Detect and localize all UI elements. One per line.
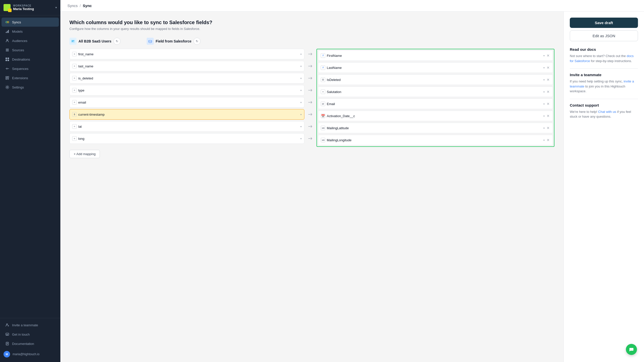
sidebar: WORKSPACE Maria Testing ▾ Syncs Models A… [0,0,60,362]
source-field-row[interactable]: ≡ email ▾ [69,97,304,108]
dest-chevron-icon: ▾ [543,78,545,81]
invite-icon [5,323,10,327]
dest-field-name: Salutation [327,90,542,94]
mapping-arrow [308,109,313,120]
dest-chevron-icon: ▾ [543,103,545,105]
svg-rect-9 [6,58,7,59]
source-type-icon: ≡ [72,124,77,129]
documentation-icon [5,341,10,346]
mapping-header: All B2B SaaS Users ↻ Field from Salesfor… [69,38,554,45]
source-field-row[interactable]: ≡ last_name ▾ [69,61,304,71]
source-refresh-button[interactable]: ↻ [113,38,120,45]
source-chevron-icon: ▾ [300,53,302,56]
dest-field-row[interactable]: ⊡ IsDeleted ▾ ✕ [318,74,553,85]
save-draft-button[interactable]: Save draft [570,18,638,28]
source-type-icon: ≡ [72,136,77,141]
dest-field-row[interactable]: T FirstName ▾ ✕ [318,50,553,61]
svg-rect-10 [8,58,9,59]
dest-chevron-icon: ▾ [543,54,545,57]
support-link[interactable]: Chat with us [598,110,616,114]
source-field-row[interactable]: ≡ long ▾ [69,133,304,144]
sidebar-item-invite[interactable]: Invite a teammate [2,321,59,330]
dest-chevron-icon: ▾ [543,90,545,93]
user-bar[interactable]: M maria@hightouch.io [0,348,60,360]
remove-mapping-button[interactable]: ✕ [546,66,550,70]
add-mapping-button[interactable]: + Add mapping [69,150,100,158]
remove-mapping-button[interactable]: ✕ [546,90,550,94]
source-chevron-icon: ▾ [300,77,302,80]
dest-field-row[interactable]: @ Email ▾ ✕ [318,99,553,109]
sidebar-item-syncs[interactable]: Syncs [2,18,59,27]
sidebar-item-sources[interactable]: Sources [2,46,59,55]
dest-field-row[interactable]: 123 MailingLatitude ▾ ✕ [318,123,553,133]
remove-mapping-button[interactable]: ✕ [546,78,550,82]
sidebar-item-label: Documentation [12,342,34,346]
dest-field-row[interactable]: ≡ Salutation ▾ ✕ [318,86,553,97]
content-area: Which columns would you like to sync to … [60,12,644,362]
sidebar-item-audiences[interactable]: Audiences [2,36,59,45]
remove-mapping-button[interactable]: ✕ [546,126,550,130]
dest-field-name: MailingLatitude [327,126,542,130]
remove-mapping-button[interactable]: ✕ [546,138,550,142]
dest-field-name: Email [327,102,542,106]
destination-column: T FirstName ▾ ✕ T LastName ▾ ✕ ⊡ IsDelet… [316,49,554,147]
dest-type-icon: ≡ [321,89,325,94]
models-icon [5,29,10,34]
svg-rect-13 [6,76,7,78]
source-type-icon: ≡ [72,100,77,105]
edit-json-button[interactable]: Edit as JSON [570,30,638,41]
dest-type-icon: 123 [321,138,325,142]
workspace-icon [4,4,11,11]
breadcrumb-separator: / [80,4,81,8]
remove-mapping-button[interactable]: ✕ [546,114,550,118]
svg-rect-22 [72,41,73,42]
sidebar-item-destinations[interactable]: Destinations [2,55,59,64]
dest-type-icon: T [321,65,325,70]
sidebar-item-docs[interactable]: Documentation [2,339,59,348]
sidebar-item-sequences[interactable]: Sequences [2,64,59,73]
sidebar-item-touch[interactable]: Get in touch [2,330,59,339]
source-field-row[interactable]: ≡ type ▾ [69,85,304,96]
workspace-selector[interactable]: WORKSPACE Maria Testing ▾ [0,0,60,15]
docs-section: Read our docs Not sure where to start? C… [570,47,638,63]
mapping-columns: ≡ first_name ▾ ≡ last_name ▾ ≡ is_delete… [69,49,554,147]
workspace-label: WORKSPACE [13,4,34,7]
sidebar-item-settings[interactable]: Settings [2,83,59,92]
right-panel: Save draft Edit as JSON Read our docs No… [564,12,644,362]
invite-text: If you need help setting up this sync, i… [570,79,638,94]
svg-rect-8 [6,51,9,51]
source-field-name: long [78,137,299,141]
destination-name: Field from Salesforce [156,39,191,43]
source-column: ≡ first_name ▾ ≡ last_name ▾ ≡ is_delete… [69,49,304,144]
source-field-name: current-timestamp [78,113,299,116]
breadcrumb-parent[interactable]: Syncs [67,4,78,8]
support-section: Contact support We're here to help! Chat… [570,103,638,119]
sidebar-item-models[interactable]: Models [2,27,59,36]
mapping-arrow [308,49,313,59]
remove-mapping-button[interactable]: ✕ [546,102,550,106]
sidebar-nav: Syncs Models Audiences Sources Destinati… [0,15,60,318]
dest-field-row[interactable]: 123 MailingLongitude ▾ ✕ [318,135,553,145]
sidebar-item-extensions[interactable]: Extensions [2,73,59,82]
source-field-row[interactable]: ≡ lat ▾ [69,121,304,132]
sidebar-item-label: Audiences [12,39,27,43]
source-field-row[interactable]: ≡ first_name ▾ [69,49,304,59]
chat-bubble[interactable] [626,344,637,355]
source-type-icon: $ [72,112,77,117]
source-field-row[interactable]: $ current-timestamp ▾ [69,109,304,120]
dest-field-name: IsDeleted [327,78,542,82]
settings-icon [5,85,10,89]
mapping-arrow [308,97,313,108]
destination-refresh-button[interactable]: ↻ [193,38,200,45]
source-field-row[interactable]: ≡ is_deleted ▾ [69,73,304,83]
sidebar-item-label: Sequences [12,67,28,71]
docs-text: Not sure where to start? Check out the d… [570,54,638,63]
dest-field-row[interactable]: 📅 Activation_Date__c ▾ ✕ [318,111,553,121]
destination-icon [147,38,154,45]
remove-mapping-button[interactable]: ✕ [546,54,550,58]
source-chevron-icon: ▾ [300,137,302,140]
mapping-arrow [308,121,313,132]
dest-field-row[interactable]: T LastName ▾ ✕ [318,62,553,73]
dest-chevron-icon: ▾ [543,139,545,142]
source-chevron-icon: ▾ [300,125,302,128]
